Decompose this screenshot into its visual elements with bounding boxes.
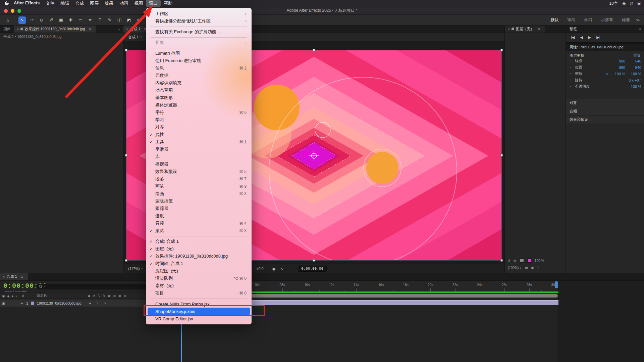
checker-icon[interactable]: ⊞ — [537, 266, 539, 270]
menu-item-7[interactable]: Lumetri 范围 — [148, 50, 250, 57]
rectangle-shape-tool[interactable]: ▭ — [77, 16, 84, 24]
property-value[interactable]: 540 — [627, 59, 641, 63]
section-header-音频[interactable]: 音频 — [566, 107, 644, 116]
panel-menu-icon[interactable]: ≡ — [536, 27, 542, 32]
adjustment-icon[interactable]: ◉ — [118, 294, 121, 298]
menu-item-3[interactable]: 查找有关 Exchange 的扩展功能... — [148, 28, 250, 36]
menu-item-9[interactable]: 信息⌘ 2 — [148, 64, 250, 72]
clone-stamp-tool[interactable]: ◫ — [116, 16, 123, 24]
panel-menu-icon[interactable]: ≡ — [87, 27, 93, 32]
menubar-item-2[interactable]: 编辑 — [57, 0, 72, 7]
magnification-select[interactable]: (117%)˅ — [128, 264, 143, 273]
workspace-tab-默认[interactable]: 默认 — [550, 17, 558, 23]
menu-item-38[interactable]: 渲染队列⌥ ⌘ 0 — [148, 275, 250, 282]
swatch-magenta[interactable] — [527, 259, 531, 263]
property-value[interactable]: 100 % — [627, 85, 641, 89]
menu-item-35[interactable]: ✓效果控件: 19091139_0a310dc0d8.jpg — [148, 253, 250, 260]
effects-icon[interactable]: fx — [103, 294, 105, 298]
eye-icon[interactable]: ◉ — [2, 300, 5, 307]
selection-tool[interactable]: ↖ — [18, 16, 26, 24]
pan-behind-tool[interactable]: ✚ — [67, 16, 74, 24]
property-value[interactable]: 0 x +0 ° — [627, 78, 641, 82]
menu-item-20[interactable]: 平滑器 — [148, 146, 250, 153]
menu-item-23[interactable]: 效果和预设⌘ 5 — [148, 168, 250, 175]
zoom-tool[interactable]: ⊙ — [38, 16, 45, 24]
menu-item-11[interactable]: 内容识别填充 — [148, 79, 250, 87]
layer-source-name[interactable]: 19091139_0a310dc0d8.jpg — [37, 300, 82, 307]
layer-switch-2[interactable]: fx — [104, 302, 106, 305]
pen-tool[interactable]: ✒ — [87, 16, 94, 24]
menu-item-17[interactable]: 对齐 — [148, 124, 250, 131]
home-tool[interactable]: ⌂ — [4, 16, 11, 24]
menu-item-44[interactable]: VR Comp Editor.jsx — [148, 315, 250, 322]
menu-item-22[interactable]: 摇摆器 — [148, 161, 250, 168]
selection-handle[interactable] — [125, 259, 127, 262]
layer-switches[interactable]: ◆╲fx — [89, 300, 106, 307]
close-tab-icon[interactable]: × — [3, 275, 5, 279]
workspace-tab-小屏幕[interactable]: 小屏幕 — [601, 17, 613, 23]
motion-blur-icon[interactable]: ◎ — [113, 294, 116, 298]
menu-item-18[interactable]: ✓属性 — [148, 131, 250, 138]
menu-item-25[interactable]: 画笔⌘ 9 — [148, 183, 250, 190]
go-to-start-button[interactable]: |◀ — [571, 35, 575, 40]
menu-item-29[interactable]: 进度 — [148, 212, 250, 220]
menu-item-34[interactable]: ✓图层: (无) — [148, 245, 250, 253]
constrain-link-icon[interactable]: ∞ — [606, 72, 608, 76]
close-tab-icon[interactable]: × — [126, 27, 128, 31]
selection-handle[interactable] — [313, 259, 315, 262]
menu-item-30[interactable]: 音频⌘ 4 — [148, 220, 250, 227]
fast-previews-icon[interactable]: ∿ — [280, 267, 283, 271]
menu-item-1[interactable]: 将快捷键分配给“默认”工作区› — [148, 17, 250, 25]
siri-icon[interactable]: ◎ — [630, 1, 633, 6]
selection-handle[interactable] — [500, 154, 503, 156]
close-tab-icon[interactable]: × — [508, 27, 510, 31]
property-value[interactable]: 960 — [611, 59, 625, 63]
panel-menu-icon[interactable]: ≡ — [19, 274, 25, 279]
selection-handle[interactable] — [313, 49, 315, 51]
property-value[interactable]: 960 — [611, 65, 625, 70]
menu-item-21[interactable]: 库 — [148, 153, 250, 161]
play-button[interactable]: ▶ — [588, 35, 591, 40]
property-value[interactable]: 100 % — [627, 72, 641, 76]
section-header-效果和预设[interactable]: 效果和预设 — [566, 116, 644, 124]
guides-icon[interactable]: ▥ — [513, 259, 516, 263]
menu-item-0[interactable]: 工作区› — [148, 10, 250, 17]
menu-item-42[interactable]: Create Nulls From Paths.jsx — [148, 300, 250, 308]
timeline-search-input[interactable]: ˅ — [36, 284, 160, 289]
stopwatch-icon[interactable]: ◔ — [569, 59, 575, 63]
selection-handle[interactable] — [125, 154, 127, 156]
workspace-tab-学习[interactable]: 学习 — [584, 17, 592, 23]
layer-switch-0[interactable]: ◆ — [89, 302, 91, 305]
tab-timeline-comp[interactable]: × 合成 1 ≡ — [0, 273, 28, 280]
hand-tool[interactable]: ☞ — [28, 16, 36, 24]
workspace-tab-审阅[interactable]: 审阅 — [567, 17, 575, 23]
snapshot-icon[interactable]: ◉ — [272, 267, 276, 271]
eraser-tool[interactable]: ◩ — [125, 16, 133, 24]
tab-project[interactable]: 项目 — [0, 26, 14, 33]
minimize-window-button[interactable] — [11, 9, 14, 13]
column-index[interactable]: # — [22, 292, 24, 299]
menubar-item-7[interactable]: 视图 — [131, 0, 146, 7]
property-value[interactable]: 100 % — [611, 72, 625, 76]
tab-overflow-icon[interactable]: » — [115, 26, 123, 33]
menu-item-12[interactable]: 动态草图 — [148, 87, 250, 94]
reset-link[interactable]: 重置 — [633, 53, 641, 58]
menubar-item-1[interactable]: 文件 — [43, 0, 57, 7]
expander-icon[interactable]: ▶ — [21, 300, 23, 307]
menu-item-19[interactable]: ✓工具⌘ 1 — [148, 138, 250, 146]
menu-item-39[interactable]: 素材: (无) — [148, 282, 250, 289]
viewer-timecode[interactable]: 0:00:00:00 — [298, 264, 327, 273]
menu-item-31[interactable]: ✓预览⌘ 3 — [148, 227, 250, 234]
swatch-gray[interactable] — [520, 259, 524, 263]
menubar-item-5[interactable]: 效果 — [102, 0, 116, 7]
stopwatch-icon[interactable]: ◔ — [569, 78, 575, 82]
composition-nav-label[interactable]: 合成 1 — [128, 35, 139, 40]
audio-icon[interactable]: ◈ — [7, 294, 10, 298]
menu-item-10[interactable]: 元数据 — [148, 72, 250, 79]
tab-layer[interactable]: × 图层（无） ≡ — [505, 26, 545, 33]
menu-item-37[interactable]: 流程图: (无) — [148, 267, 250, 275]
column-source-name[interactable]: 源名称 — [37, 292, 47, 299]
menu-item-24[interactable]: 段落⌘ 7 — [148, 175, 250, 183]
brush-tool[interactable]: ✎ — [106, 16, 113, 24]
menubar-item-0[interactable]: After Effects — [11, 0, 43, 7]
